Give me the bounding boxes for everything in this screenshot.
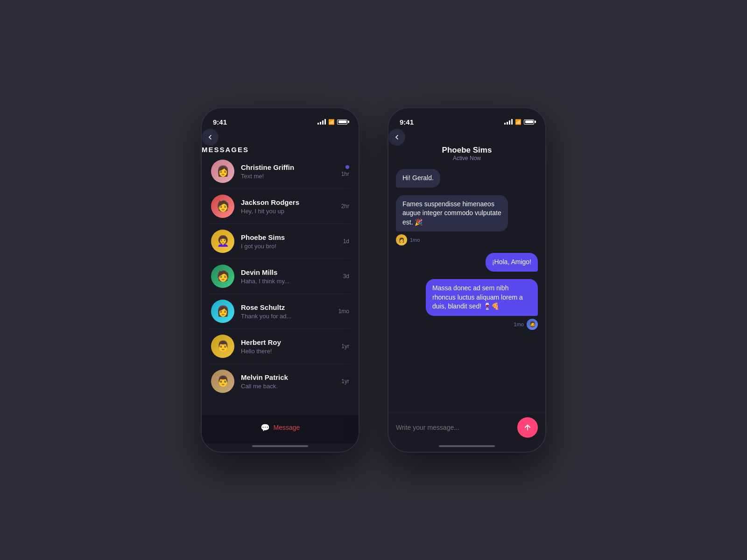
bubble-text: ¡Hola, Amigo! <box>492 258 531 266</box>
list-item[interactable]: 👩‍🦱 Phoebe Sims I got you bro! 1d <box>209 224 351 259</box>
chat-input-area <box>388 412 545 443</box>
message-content: Christine Griffin Text me! <box>241 163 335 180</box>
contact-name: Phoebe Sims <box>241 233 337 241</box>
phone-chat: 9:41 📶 Phoebe Sims Active Now H <box>388 107 546 453</box>
message-content: Melvin Patrick Call me back. <box>241 373 335 390</box>
signal-icon <box>317 119 326 125</box>
back-button[interactable] <box>202 129 218 146</box>
message-preview: Hey, I hit you up <box>241 208 335 215</box>
avatar: 👩 <box>211 300 234 323</box>
send-button[interactable] <box>517 417 538 438</box>
message-meta: 2hr <box>341 203 349 210</box>
message-meta: 1yr <box>341 343 349 350</box>
contact-name: Christine Griffin <box>241 163 335 171</box>
list-item[interactable]: 🧑 Devin Mills Haha, I think my... 3d <box>209 259 351 294</box>
chat-messages-container: Hi! Gerald. Fames suspendisse himenaeos … <box>388 161 545 412</box>
bubble-text: Hi! Gerald. <box>402 174 434 182</box>
message-meta: 1hr <box>341 165 349 177</box>
contact-name: Rose Schultz <box>241 303 332 311</box>
list-item[interactable]: 👩 Christine Griffin Text me! 1hr <box>209 154 351 189</box>
bubble-meta: 🧔 1mo <box>514 319 538 330</box>
message-preview: Thank you for ad... <box>241 313 332 320</box>
avatar: 👩 <box>211 160 234 183</box>
bubble-text: Massa donec ad sem nibh rhoncus luctus a… <box>432 284 523 310</box>
avatar: 👨 <box>211 335 234 358</box>
wifi-icon: 📶 <box>515 119 521 125</box>
nav-message-button[interactable]: 💬 Message <box>261 423 300 432</box>
message-content: Devin Mills Haha, I think my... <box>241 268 337 285</box>
home-indicator <box>252 445 308 447</box>
status-time-1: 9:41 <box>213 118 227 126</box>
message-time: 1hr <box>341 171 349 177</box>
signal-icon <box>504 119 513 125</box>
message-meta: 1mo <box>338 308 349 315</box>
list-item[interactable]: 👩 Rose Schultz Thank you for ad... 1mo <box>209 294 351 329</box>
chat-header: Phoebe Sims Active Now <box>388 129 545 161</box>
battery-icon <box>337 119 347 125</box>
contact-name: Melvin Patrick <box>241 373 335 381</box>
chat-bubble: Massa donec ad sem nibh rhoncus luctus a… <box>426 279 538 316</box>
chat-bubble: ¡Hola, Amigo! <box>486 253 538 272</box>
message-time: 2hr <box>341 203 349 210</box>
avatar: 👩‍🦱 <box>211 230 234 253</box>
status-icons-2: 📶 <box>504 119 534 125</box>
chat-contact-info: Phoebe Sims Active Now <box>388 146 545 161</box>
phone-messages: 9:41 📶 MESSAGES 👩 Christin <box>201 107 359 453</box>
status-icons-1: 📶 <box>317 119 347 125</box>
contact-name: Jackson Rodgers <box>241 198 335 206</box>
page-title: MESSAGES <box>202 146 249 154</box>
message-meta: 3d <box>343 273 349 280</box>
message-meta: 1d <box>343 238 349 245</box>
bubble-timestamp: 1mo <box>514 322 524 327</box>
list-item[interactable]: 👨 Herbert Roy Hello there! 1yr <box>209 329 351 364</box>
chat-contact-name: Phoebe Sims <box>388 146 545 155</box>
notch-1 <box>257 108 303 121</box>
chat-bubble: Hi! Gerald. <box>396 169 440 188</box>
bottom-navigation: 💬 Message <box>202 415 359 443</box>
message-content: Phoebe Sims I got you bro! <box>241 233 337 250</box>
message-preview: Haha, I think my... <box>241 278 337 285</box>
notch-2 <box>444 108 490 121</box>
wifi-icon: 📶 <box>328 119 335 125</box>
avatar: 🧑 <box>211 195 234 218</box>
avatar: 👨 <box>211 370 234 393</box>
message-content: Jackson Rodgers Hey, I hit you up <box>241 198 335 215</box>
message-content: Herbert Roy Hello there! <box>241 338 335 355</box>
message-time: 1yr <box>341 343 349 350</box>
message-time: 3d <box>343 273 349 280</box>
chat-bubble: Fames suspendisse himenaeos augue intege… <box>396 195 508 232</box>
message-preview: Text me! <box>241 173 335 180</box>
message-input[interactable] <box>396 424 513 431</box>
bubble-timestamp: 1mo <box>410 237 420 243</box>
bubble-text: Fames suspendisse himenaeos augue intege… <box>402 200 501 226</box>
message-preview: Hello there! <box>241 348 335 355</box>
battery-icon <box>524 119 534 125</box>
list-item[interactable]: 🧑 Jackson Rodgers Hey, I hit you up 2hr <box>209 189 351 224</box>
message-preview: I got you bro! <box>241 243 337 250</box>
message-time: 1yr <box>341 378 349 385</box>
message-nav-icon: 💬 <box>261 423 270 432</box>
contact-name: Herbert Roy <box>241 338 335 346</box>
message-time: 1d <box>343 238 349 245</box>
contacts-list: 👩 Christine Griffin Text me! 1hr 🧑 Jacks… <box>202 154 359 415</box>
messages-header: MESSAGES <box>202 129 359 154</box>
chat-contact-status: Active Now <box>388 155 545 161</box>
message-row: Massa donec ad sem nibh rhoncus luctus a… <box>396 279 538 330</box>
message-row: ¡Hola, Amigo! <box>396 253 538 272</box>
nav-message-label: Message <box>274 424 300 431</box>
bubble-meta: 👩 1mo <box>396 234 420 245</box>
status-bar-1: 9:41 📶 <box>202 108 359 129</box>
message-row: Hi! Gerald. <box>396 169 538 188</box>
message-preview: Call me back. <box>241 383 335 390</box>
contact-name: Devin Mills <box>241 268 337 276</box>
sender-avatar: 👩 <box>396 234 407 245</box>
message-content: Rose Schultz Thank you for ad... <box>241 303 332 320</box>
message-meta: 1yr <box>341 378 349 385</box>
status-time-2: 9:41 <box>400 118 414 126</box>
home-indicator <box>439 445 495 447</box>
back-button[interactable] <box>388 129 405 146</box>
message-row: Fames suspendisse himenaeos augue intege… <box>396 195 538 246</box>
list-item[interactable]: 👨 Melvin Patrick Call me back. 1yr <box>209 364 351 399</box>
sender-avatar: 🧔 <box>527 319 538 330</box>
unread-indicator <box>345 165 349 169</box>
